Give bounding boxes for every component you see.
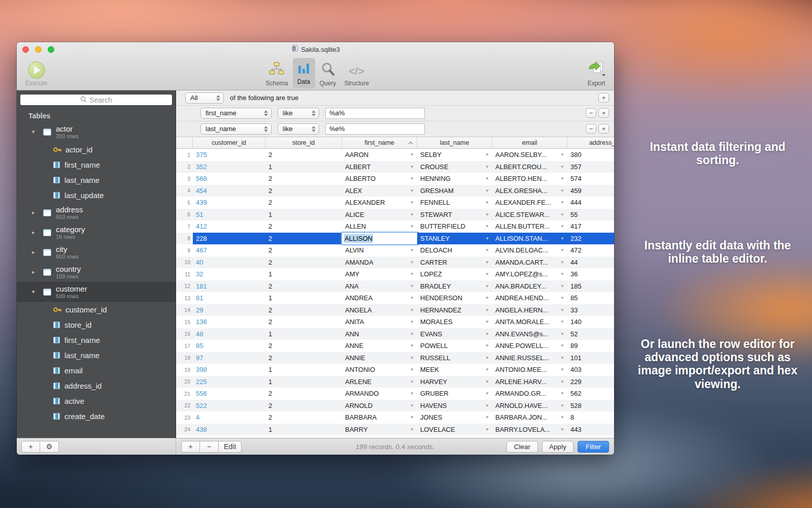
table-row[interactable]: 44542ALEX▼GRESHAM▼ALEX.GRESHA...▼459	[176, 185, 614, 197]
cell-dropdown-icon[interactable]: ▼	[485, 427, 489, 432]
cell-email[interactable]: ANGELA.HERN...▼	[492, 304, 567, 316]
cell-first_name[interactable]: ALLEN▼	[342, 220, 417, 233]
cell-last_name[interactable]: BRADLEY▼	[417, 280, 492, 293]
cell-dropdown-icon[interactable]: ▼	[560, 260, 564, 265]
cell-email[interactable]: BENJAMIN.VAR...▼	[492, 435, 567, 438]
sidebar-column-active[interactable]: active	[17, 393, 176, 408]
cell-store_id[interactable]: 1	[265, 209, 342, 221]
cell-last_name[interactable]: GRESHAM▼	[417, 185, 492, 197]
table-row[interactable]: 193981ANTONIO▼MEEK▼ANTONIO.MEE...▼403	[176, 364, 614, 376]
cell-last_name[interactable]: JONES▼	[417, 411, 492, 424]
cell-dropdown-icon[interactable]: ▼	[485, 176, 489, 181]
cell-store_id[interactable]: 2	[265, 233, 342, 245]
cell-address_id[interactable]: 44	[567, 257, 614, 269]
cell-address_id[interactable]: 562	[567, 388, 614, 400]
table-row[interactable]: 74122ALLEN▼BUTTERFIELD▼ALLEN.BUTTER...▼4…	[176, 220, 614, 233]
cell-email[interactable]: ALVIN.DELOAC...▼	[492, 244, 567, 257]
cell-last_name[interactable]: FENNELL▼	[417, 197, 492, 209]
query-button[interactable]: Query	[316, 56, 340, 90]
cell-last_name[interactable]: EVANS▼	[417, 328, 492, 340]
export-button[interactable]: Export	[584, 56, 609, 90]
cell-dropdown-icon[interactable]: ▼	[485, 343, 489, 348]
cell-address_id[interactable]: 52	[567, 328, 614, 340]
cell-dropdown-icon[interactable]: ▼	[410, 152, 414, 157]
sidebar-table-city[interactable]: ▸city600 rows	[17, 242, 176, 262]
cell-email[interactable]: ANTONIO.MEE...▼	[492, 364, 567, 376]
cell-store_id[interactable]: 2	[265, 244, 342, 257]
cell-last_name[interactable]: HERNANDEZ▼	[417, 304, 492, 316]
cell-dropdown-icon[interactable]: ▼	[410, 272, 414, 276]
sidebar-table-customer[interactable]: ▾customer599 rows	[17, 282, 176, 302]
schema-button[interactable]: Schema	[262, 56, 291, 90]
sidebar-column-email[interactable]: email	[17, 363, 176, 378]
table-row[interactable]: 16481ANN▼EVANS▼ANN.EVANS@s...▼52	[176, 328, 614, 340]
cell-dropdown-icon[interactable]: ▼	[410, 260, 414, 265]
cell-store_id[interactable]: 2	[265, 400, 342, 412]
cell-last_name[interactable]: CARTER▼	[417, 257, 492, 269]
add-rule-button[interactable]: +	[598, 124, 609, 134]
cell-dropdown-icon[interactable]: ▼	[485, 236, 489, 241]
rule-operator-popup[interactable]: like	[278, 108, 319, 119]
structure-button[interactable]: </> Structure	[341, 56, 373, 90]
cell-first_name[interactable]: ALLISON	[342, 233, 417, 245]
cell-email[interactable]: ALLEN.BUTTER...▼	[492, 220, 567, 233]
cell-last_name[interactable]: BUTTERFIELD▼	[417, 220, 492, 233]
column-header-first_name[interactable]: first_name	[342, 137, 417, 148]
cell-email[interactable]: ANN.EVANS@s...▼	[492, 328, 567, 340]
cell-address_id[interactable]: 232	[567, 233, 614, 245]
sidebar-column-first_name[interactable]: first_name	[17, 332, 176, 347]
cell-store_id[interactable]: 1	[265, 435, 342, 438]
table-row-selected[interactable]: 82282ALLISONSTANLEY▼ALLISON.STAN...▼232	[176, 233, 614, 245]
table-row[interactable]: 17852ANNE▼POWELL▼ANNE.POWELL...▼89	[176, 340, 614, 352]
cell-last_name[interactable]: CROUSE▼	[417, 161, 492, 173]
cell-address_id[interactable]: 472	[567, 244, 614, 257]
cell-customer_id[interactable]: 454	[193, 185, 265, 197]
cell-dropdown-icon[interactable]: ▼	[410, 308, 414, 312]
cell-dropdown-icon[interactable]: ▼	[410, 403, 414, 408]
cell-first_name[interactable]: BARBARA▼	[342, 411, 417, 424]
cell-dropdown-icon[interactable]: ▼	[560, 236, 564, 241]
cell-customer_id[interactable]: 81	[193, 292, 265, 304]
cell-customer_id[interactable]: 48	[193, 328, 265, 340]
cell-address_id[interactable]: 528	[567, 400, 614, 412]
cell-email[interactable]: ALBERT.CROU...▼	[492, 161, 567, 173]
cell-first_name[interactable]: AMY▼	[342, 268, 417, 280]
cell-dropdown-icon[interactable]: ▼	[410, 367, 414, 372]
clear-filter-button[interactable]: Clear	[506, 441, 538, 453]
cell-email[interactable]: ANNIE.RUSSEL...▼	[492, 352, 567, 364]
sidebar-column-address_id[interactable]: address_id	[17, 378, 176, 393]
disclosure-collapsed-icon[interactable]: ▸	[32, 209, 39, 216]
add-rule-button[interactable]: +	[598, 108, 609, 118]
cell-address_id[interactable]: 8	[567, 411, 614, 424]
cell-customer_id[interactable]: 439	[193, 197, 265, 209]
cell-dropdown-icon[interactable]: ▼	[560, 272, 564, 276]
cell-customer_id[interactable]: 398	[193, 364, 265, 376]
cell-dropdown-icon[interactable]: ▼	[560, 320, 564, 324]
cell-last_name[interactable]: STANLEY▼	[417, 233, 492, 245]
table-row[interactable]: 244381BARRY▼LOVELACE▼BARRY.LOVELA...▼443	[176, 424, 614, 436]
cell-store_id[interactable]: 1	[265, 364, 342, 376]
table-row[interactable]: 3841BENJAMIN▼VARNEY▼BENJAMIN.VAR...▼389	[176, 435, 614, 438]
filter-button[interactable]: Filter	[578, 441, 609, 453]
cell-last_name[interactable]: MEEK▼	[417, 364, 492, 376]
sidebar-table-category[interactable]: ▸category16 rows	[17, 223, 176, 242]
cell-address_id[interactable]: 574	[567, 173, 614, 185]
cell-dropdown-icon[interactable]: ▼	[410, 391, 414, 396]
cell-address_id[interactable]: 443	[567, 424, 614, 436]
inline-cell-editor[interactable]: ALLISON	[341, 232, 419, 246]
titlebar[interactable]: Sakila.sqlite3	[17, 42, 614, 56]
cell-customer_id[interactable]: 4	[193, 411, 265, 424]
sidebar-column-last_update[interactable]: last_update	[17, 187, 176, 203]
cell-dropdown-icon[interactable]: ▼	[410, 248, 414, 252]
remove-rule-button[interactable]: −	[586, 108, 596, 118]
cell-address_id[interactable]: 185	[567, 280, 614, 293]
cell-first_name[interactable]: ALICE▼	[342, 209, 417, 221]
cell-dropdown-icon[interactable]: ▼	[560, 284, 564, 289]
cell-dropdown-icon[interactable]: ▼	[410, 284, 414, 289]
cell-dropdown-icon[interactable]: ▼	[560, 367, 564, 372]
cell-customer_id[interactable]: 352	[193, 161, 265, 173]
cell-dropdown-icon[interactable]: ▼	[410, 320, 414, 324]
cell-dropdown-icon[interactable]: ▼	[485, 320, 489, 324]
cell-customer_id[interactable]: 228	[193, 233, 265, 245]
table-row[interactable]: 14292ANGELA▼HERNANDEZ▼ANGELA.HERN...▼33	[176, 304, 614, 316]
